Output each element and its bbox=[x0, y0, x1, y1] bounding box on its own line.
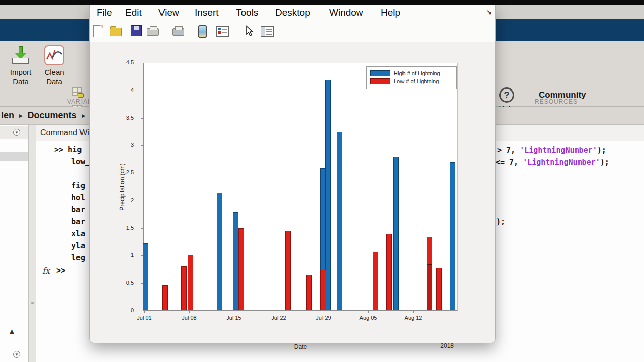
screen-top-strip bbox=[0, 0, 644, 5]
menu-file[interactable]: File bbox=[97, 7, 112, 18]
command-line: > 7, 'LightningNumber'); bbox=[497, 146, 606, 155]
import-data-button[interactable]: Import Data bbox=[5, 45, 36, 86]
bar-high-jul31 bbox=[337, 132, 342, 310]
help-question-icon: ? bbox=[499, 87, 514, 103]
x-axis-label: Date bbox=[143, 343, 458, 350]
x-tick-label: Jul 22 bbox=[265, 315, 293, 321]
bar-low-aug08 bbox=[386, 234, 392, 310]
bar-low-jul16 bbox=[238, 228, 244, 310]
insert-legend-icon[interactable] bbox=[216, 25, 229, 38]
bar-low-jul07 bbox=[181, 266, 187, 310]
fx-indicator: fx bbox=[42, 266, 50, 276]
bar-low-jul04 bbox=[162, 285, 168, 310]
menu-window[interactable]: Window bbox=[329, 7, 363, 18]
y-tick-label: 2.5 bbox=[113, 169, 134, 175]
x-tick-label: Jul 01 bbox=[130, 315, 158, 321]
bar-overlap-segment bbox=[427, 264, 432, 310]
bar-low-jul29 bbox=[320, 270, 326, 310]
command-line: low_ bbox=[71, 157, 90, 166]
legend-item-high: High # of Lightning bbox=[370, 69, 453, 77]
y-tick-label: 0 bbox=[113, 307, 134, 313]
bar-high-jul01 bbox=[143, 243, 148, 310]
pointer-icon[interactable] bbox=[244, 25, 257, 38]
breadcrumb-arrow-icon: ▸ bbox=[19, 112, 23, 119]
legend-item-low: Low # of Lightning bbox=[370, 77, 453, 85]
new-variable-icon[interactable] bbox=[72, 87, 84, 98]
legend-swatch-low bbox=[370, 78, 390, 84]
bar-high-aug18 bbox=[450, 162, 455, 310]
breadcrumb-arrow-icon: ▸ bbox=[82, 112, 86, 119]
command-line: <= 7, 'LightningNumber'); bbox=[496, 158, 609, 167]
resources-section-label: RESOURCES bbox=[535, 98, 578, 105]
x-tick-label: Jul 15 bbox=[220, 315, 248, 321]
command-line: fig bbox=[71, 181, 85, 190]
import-data-icon bbox=[11, 45, 31, 65]
command-line: xla bbox=[71, 229, 85, 238]
figure-window: ↘ FileEditViewInsertToolsDesktopWindowHe… bbox=[90, 4, 495, 343]
legend-swatch-high bbox=[370, 70, 390, 76]
menu-edit[interactable]: Edit bbox=[125, 7, 142, 18]
command-line: leg bbox=[71, 253, 85, 262]
x-tick-label: Jul 08 bbox=[175, 315, 203, 321]
bar-low-jul23 bbox=[285, 231, 291, 310]
x-tick-label: Aug 12 bbox=[399, 315, 427, 321]
y-tick-label: 3.5 bbox=[113, 115, 134, 121]
y-tick-label: 1 bbox=[113, 252, 134, 258]
y-tick-label: 4.5 bbox=[113, 59, 134, 65]
bar-high-jul12 bbox=[217, 193, 222, 310]
panel-splitter[interactable] bbox=[29, 125, 36, 362]
figure-menubar: ↘ FileEditViewInsertToolsDesktopWindowHe… bbox=[90, 4, 495, 21]
screen: ↶ ↷ ? ▾ Se Import Data Clean Data bbox=[0, 0, 644, 362]
bar-high-aug09 bbox=[393, 157, 399, 310]
dock-figure-icon[interactable]: ↘ bbox=[486, 8, 492, 16]
command-line: >> hig bbox=[54, 145, 82, 154]
figure-toolbar bbox=[90, 21, 495, 42]
bar-high-jul15 bbox=[233, 212, 238, 310]
menu-help[interactable]: Help bbox=[381, 7, 400, 18]
y-tick-label: 3 bbox=[113, 142, 134, 148]
print-preview-icon[interactable] bbox=[172, 25, 185, 38]
open-folder-icon[interactable] bbox=[110, 25, 123, 38]
menu-tools[interactable]: Tools bbox=[236, 7, 258, 18]
community-people-icon bbox=[523, 90, 534, 100]
figure-canvas: Precipitation (cm) 00.511.522.533.544.5J… bbox=[90, 42, 495, 343]
command-line: bar bbox=[71, 217, 85, 226]
bar-low-jul08 bbox=[188, 255, 193, 310]
current-folder-panel[interactable]: ▼ ▲ ▼ bbox=[0, 125, 29, 362]
breadcrumb-folder[interactable]: Documents bbox=[28, 110, 77, 121]
new-file-icon[interactable] bbox=[93, 25, 106, 38]
collapse-up-icon[interactable]: ▲ bbox=[8, 327, 16, 335]
selected-row[interactable] bbox=[0, 152, 28, 161]
y-tick-label: 2 bbox=[113, 197, 134, 203]
bar-low-jul27 bbox=[306, 275, 312, 310]
y-tick-label: 4 bbox=[113, 87, 134, 93]
bar-low-aug06 bbox=[373, 252, 378, 310]
save-icon[interactable] bbox=[131, 25, 144, 38]
x-tick-label: Aug 05 bbox=[354, 315, 382, 321]
clean-data-icon bbox=[44, 45, 64, 65]
command-line: ); bbox=[496, 217, 505, 226]
panel-menu-icon[interactable]: ▼ bbox=[13, 351, 20, 358]
chart-legend[interactable]: High # of Lightning Low # of Lightning bbox=[366, 66, 457, 89]
property-inspector-icon[interactable] bbox=[261, 25, 274, 38]
x-tick-label: Jul 29 bbox=[309, 315, 338, 321]
y-tick-label: 1.5 bbox=[113, 225, 134, 231]
x-axis-year-label: 2018 bbox=[422, 342, 454, 349]
menu-desktop[interactable]: Desktop bbox=[275, 7, 310, 18]
bar-low-aug16 bbox=[436, 268, 442, 310]
command-line: bar bbox=[71, 205, 85, 214]
y-tick-label: 0.5 bbox=[113, 280, 134, 286]
panel-menu-icon[interactable]: ▼ bbox=[13, 129, 20, 136]
divider bbox=[0, 343, 28, 343]
clean-data-button[interactable]: Clean Data bbox=[39, 45, 70, 86]
print-icon[interactable] bbox=[147, 25, 160, 38]
mobile-view-icon[interactable] bbox=[198, 25, 211, 38]
splitter-handle[interactable] bbox=[31, 302, 34, 304]
menu-insert[interactable]: Insert bbox=[195, 7, 219, 18]
plot-area[interactable] bbox=[143, 63, 458, 311]
breadcrumb-root[interactable]: len bbox=[1, 110, 14, 121]
menu-view[interactable]: View bbox=[158, 7, 179, 18]
command-prompt: >> bbox=[56, 266, 65, 275]
command-line: hol bbox=[71, 193, 85, 202]
panel-toolbar: ▼ bbox=[0, 126, 28, 139]
